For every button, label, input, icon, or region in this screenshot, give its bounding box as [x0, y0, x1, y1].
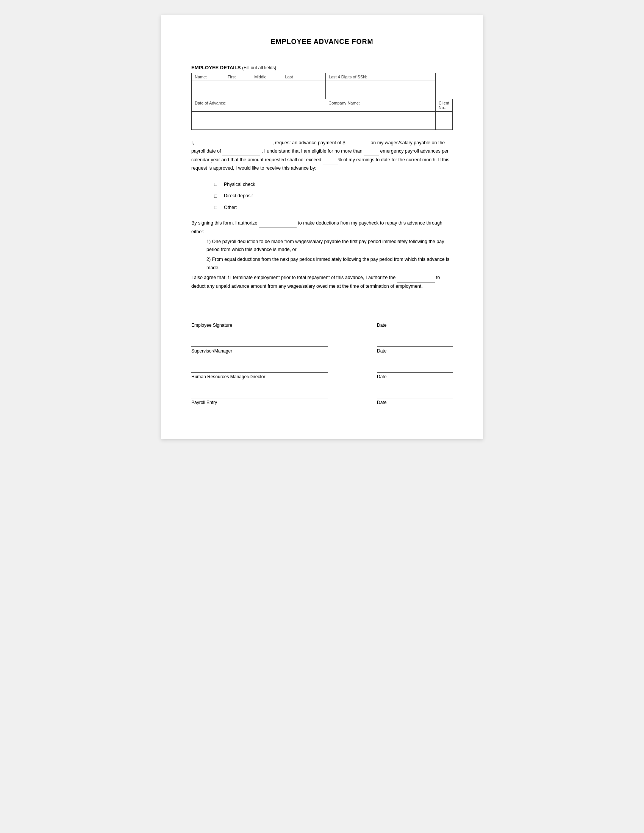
- max-advances-blank[interactable]: [364, 147, 379, 156]
- direct-deposit-checkbox[interactable]: □: [214, 191, 220, 202]
- other-option[interactable]: □ Other:: [214, 202, 453, 213]
- hr-signature-row: Human Resources Manager/Director Date: [191, 365, 453, 380]
- other-label: Other:: [224, 203, 237, 213]
- supervisor-sig-line[interactable]: [191, 339, 328, 347]
- auth-line4: I also agree that if I terminate employm…: [191, 274, 453, 291]
- date-of-advance-label: Date of Advance:: [195, 101, 227, 105]
- ssn-label: Last 4 Digits of SSN:: [329, 75, 367, 79]
- employee-date-field: Date: [377, 314, 453, 328]
- employee-date-line[interactable]: [377, 314, 453, 321]
- other-checkbox[interactable]: □: [214, 202, 220, 213]
- name-row-header: Name: First Middle Last Last 4 Digits of…: [192, 73, 453, 81]
- supervisor-date-label: Date: [377, 348, 453, 354]
- auth-line2: 1) One payroll deduction to be made from…: [206, 238, 453, 254]
- direct-deposit-option[interactable]: □ Direct deposit: [214, 191, 453, 202]
- date-data-row: [192, 112, 453, 130]
- physical-check-label: Physical check: [224, 180, 255, 190]
- payroll-date-line[interactable]: [377, 391, 453, 398]
- employee-details-table: Name: First Middle Last Last 4 Digits of…: [191, 73, 453, 130]
- company-name-label: Company Name:: [328, 101, 360, 105]
- employee-sig-line[interactable]: [191, 314, 328, 321]
- first-label: First: [228, 75, 236, 79]
- hr-date-label: Date: [377, 374, 453, 380]
- hr-sig-label: Human Resources Manager/Director: [191, 374, 328, 380]
- physical-check-option[interactable]: □ Physical check: [214, 179, 453, 190]
- payroll-signature-row: Payroll Entry Date: [191, 391, 453, 405]
- employee-sig-field: Employee Signature: [191, 314, 328, 328]
- hr-sig-field: Human Resources Manager/Director: [191, 365, 328, 380]
- authorization-section: By signing this form, I authorize to mak…: [191, 219, 453, 291]
- middle-label: Middle: [254, 75, 266, 79]
- supervisor-date-field: Date: [377, 339, 453, 354]
- termination-blank[interactable]: [397, 274, 435, 283]
- section-label: EMPLOYEE DETAILS: [191, 65, 241, 71]
- supervisor-signature-row: Supervisor/Manager Date: [191, 339, 453, 354]
- hr-date-field: Date: [377, 365, 453, 380]
- auth-line3: 2) From equal deductions from the next p…: [206, 256, 453, 272]
- supervisor-sig-label: Supervisor/Manager: [191, 348, 328, 354]
- payroll-sig-label: Payroll Entry: [191, 400, 328, 405]
- payroll-date-label: Date: [377, 400, 453, 405]
- name-label: Name:: [195, 75, 207, 79]
- other-blank[interactable]: [246, 202, 398, 213]
- name-blank[interactable]: [195, 139, 271, 147]
- payroll-date-blank[interactable]: [222, 147, 260, 156]
- payment-options: □ Physical check □ Direct deposit □ Othe…: [214, 179, 453, 213]
- percent-blank[interactable]: [323, 156, 338, 164]
- hr-date-line[interactable]: [377, 365, 453, 373]
- last-label: Last: [285, 75, 293, 79]
- supervisor-date-line[interactable]: [377, 339, 453, 347]
- direct-deposit-label: Direct deposit: [224, 191, 253, 201]
- request-paragraph: I, , request an advance payment of $ on …: [191, 139, 453, 172]
- employee-sig-label: Employee Signature: [191, 323, 328, 328]
- section-header: EMPLOYEE DETAILS (Fill out all fields): [191, 65, 453, 71]
- payroll-sig-line[interactable]: [191, 391, 328, 398]
- company-auth-blank[interactable]: [259, 219, 296, 228]
- date-row-header: Date of Advance: Company Name: Client No…: [192, 99, 453, 112]
- payroll-date-field: Date: [377, 391, 453, 405]
- supervisor-sig-field: Supervisor/Manager: [191, 339, 328, 354]
- page-title: EMPLOYEE ADVANCE FORM: [191, 38, 453, 46]
- client-no-label: Client No.:: [439, 101, 449, 110]
- signature-section: Employee Signature Date Supervisor/Manag…: [191, 314, 453, 405]
- section-note: (Fill out all fields): [242, 65, 276, 71]
- amount-blank[interactable]: [347, 139, 369, 147]
- payroll-sig-field: Payroll Entry: [191, 391, 328, 405]
- auth-line1: By signing this form, I authorize to mak…: [191, 219, 453, 236]
- hr-sig-line[interactable]: [191, 365, 328, 373]
- employee-date-label: Date: [377, 323, 453, 328]
- physical-check-checkbox[interactable]: □: [214, 179, 220, 190]
- name-data-row: [192, 81, 453, 99]
- form-page: EMPLOYEE ADVANCE FORM EMPLOYEE DETAILS (…: [161, 15, 483, 439]
- employee-signature-row: Employee Signature Date: [191, 314, 453, 328]
